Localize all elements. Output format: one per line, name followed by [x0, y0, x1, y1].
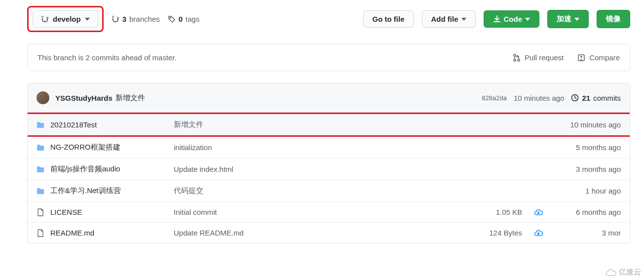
branch-comparison-notice: This branch is 2 commits ahead of master…	[27, 44, 630, 71]
file-row[interactable]: README.mdUpdate README.md124 Bytes3 mor	[28, 223, 630, 243]
file-row[interactable]: NG-ZORRO框架搭建initialization5 months ago	[28, 137, 630, 159]
commit-time[interactable]: 10 minutes ago	[514, 94, 565, 102]
compare-link[interactable]: Compare	[577, 53, 620, 62]
caret-down-icon	[461, 18, 466, 21]
file-row[interactable]: 20210218Test新增文件10 minutes ago	[28, 114, 630, 135]
git-pull-request-icon	[513, 54, 521, 62]
download-cloud-icon[interactable]	[534, 230, 552, 237]
file-size: 124 Bytes	[485, 229, 534, 237]
file-name[interactable]: 前端/js操作音频audio	[50, 164, 120, 173]
caret-down-icon	[85, 18, 90, 21]
file-name[interactable]: NG-ZORRO框架搭建	[50, 143, 120, 151]
file-listing: YSGStudyHards 新增文件 828a2da 10 minutes ag…	[27, 83, 630, 243]
pull-request-link[interactable]: Pull request	[513, 53, 564, 62]
add-file-button[interactable]: Add file	[422, 10, 476, 28]
file-time: 1 hour ago	[552, 187, 621, 195]
branches-label: branches	[129, 15, 160, 23]
file-time: 3 mor	[552, 229, 621, 237]
commit-author[interactable]: YSGStudyHards	[55, 94, 113, 102]
file-name[interactable]: README.md	[50, 229, 94, 237]
branch-label: develop	[53, 15, 81, 23]
file-commit-message[interactable]: initialization	[174, 143, 485, 152]
highlighted-row-box: 20210218Test新增文件10 minutes ago	[27, 113, 630, 137]
git-branch-icon	[112, 15, 119, 23]
accelerate-button[interactable]: 加速	[547, 10, 589, 28]
notice-text: This branch is 2 commits ahead of master…	[38, 53, 177, 62]
folder-icon	[37, 165, 50, 173]
file-size: 1.05 KB	[485, 208, 534, 216]
file-time: 3 months ago	[552, 165, 621, 173]
mirror-button[interactable]: 镜像	[597, 10, 630, 28]
file-commit-message[interactable]: Initial commit	[174, 208, 485, 216]
file-time: 6 months ago	[552, 208, 621, 216]
code-button[interactable]: Code	[484, 10, 540, 28]
svg-point-0	[170, 17, 171, 18]
file-commit-message[interactable]: 新增文件	[174, 120, 485, 129]
commit-sha[interactable]: 828a2da	[482, 94, 507, 102]
file-row[interactable]: 工作&学习.Net训练营代码提交1 hour ago	[28, 180, 630, 202]
file-time: 5 months ago	[552, 143, 621, 152]
branch-select-button[interactable]: develop	[33, 10, 98, 28]
tags-count: 0	[179, 15, 183, 23]
commits-link[interactable]: 21 commits	[571, 94, 621, 102]
file-commit-message[interactable]: Update index.html	[174, 165, 485, 173]
branches-count: 3	[122, 15, 126, 23]
commit-message[interactable]: 新增文件	[115, 93, 145, 103]
tags-label: tags	[186, 15, 199, 23]
file-icon	[37, 229, 50, 237]
caret-down-icon	[574, 18, 579, 21]
history-icon	[571, 94, 579, 102]
download-icon	[493, 15, 501, 23]
download-cloud-icon[interactable]	[534, 209, 552, 216]
file-row[interactable]: LICENSEInitial commit1.05 KB6 months ago	[28, 202, 630, 223]
file-commit-message[interactable]: Update README.md	[174, 229, 485, 237]
tags-link[interactable]: 0 tags	[168, 15, 200, 23]
branch-select-highlight: develop	[27, 6, 104, 32]
git-branch-icon	[41, 15, 49, 23]
folder-icon	[37, 144, 50, 152]
file-name[interactable]: LICENSE	[50, 208, 82, 216]
file-row[interactable]: 前端/js操作音频audioUpdate index.html3 months …	[28, 159, 630, 180]
caret-down-icon	[525, 18, 530, 21]
toolbar: develop 3 branches 0 tags Go to file	[27, 6, 630, 32]
tag-icon	[168, 15, 176, 23]
folder-icon	[37, 187, 50, 195]
go-to-file-button[interactable]: Go to file	[363, 10, 414, 28]
file-name[interactable]: 工作&学习.Net训练营	[50, 186, 121, 195]
file-icon	[37, 208, 50, 216]
avatar[interactable]	[37, 91, 49, 104]
diff-icon	[577, 54, 585, 62]
folder-icon	[37, 121, 50, 129]
file-commit-message[interactable]: 代码提交	[174, 186, 485, 196]
branches-link[interactable]: 3 branches	[112, 15, 160, 23]
file-name[interactable]: 20210218Test	[50, 120, 97, 129]
latest-commit-header: YSGStudyHards 新增文件 828a2da 10 minutes ag…	[28, 83, 630, 113]
file-time: 10 minutes ago	[552, 120, 621, 129]
